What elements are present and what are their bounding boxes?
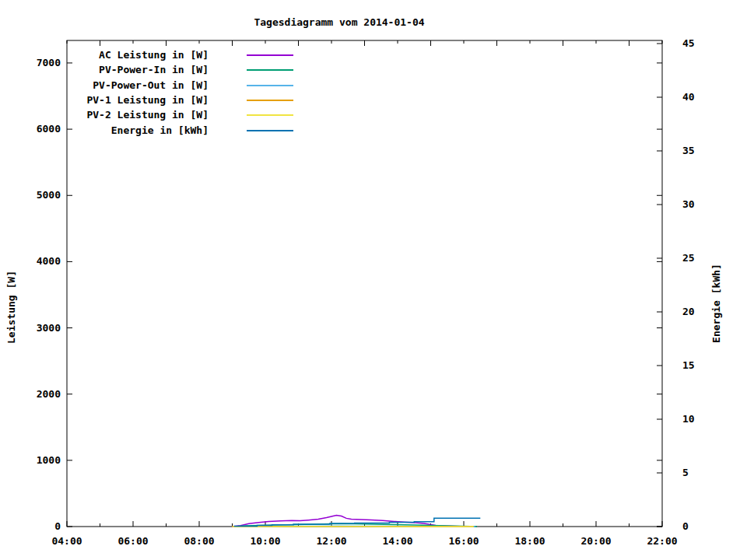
y-right-tick-label: 25 — [682, 252, 714, 264]
y-left-tick-label: 2000 — [14, 388, 61, 400]
legend-label: PV-2 Leistung in [W] — [78, 109, 209, 121]
y-right-tick-label: 15 — [682, 359, 714, 371]
y-right-tick-label: 20 — [682, 306, 714, 317]
legend-label: PV-Power-In in [W] — [78, 64, 209, 75]
legend-line-sample — [247, 69, 293, 71]
x-tick-label: 14:00 — [374, 535, 421, 547]
y-left-tick-label: 5000 — [14, 189, 61, 201]
legend-item: Energie in [kWh] — [78, 124, 293, 137]
legend-item: PV-Power-In in [W] — [78, 64, 293, 76]
chart-canvas: Tagesdiagramm vom 2014-01-04 Leistung [W… — [0, 0, 747, 560]
legend-label: AC Leistung in [W] — [78, 49, 209, 61]
x-tick-label: 12:00 — [308, 535, 355, 547]
y-left-tick-label: 4000 — [14, 255, 61, 267]
x-tick-label: 06:00 — [110, 535, 156, 547]
legend-label: Energie in [kWh] — [78, 124, 209, 136]
x-tick-label: 22:00 — [639, 535, 686, 547]
x-tick-label: 04:00 — [44, 535, 90, 547]
y-left-tick-label: 7000 — [14, 57, 61, 68]
y-left-tick-label: 6000 — [14, 123, 61, 135]
legend-item: AC Leistung in [W] — [78, 49, 293, 61]
legend-line-sample — [247, 130, 293, 131]
legend-line-sample — [247, 114, 293, 116]
legend-label: PV-Power-Out in [W] — [78, 79, 209, 91]
y-right-tick-label: 35 — [682, 145, 714, 156]
y-right-tick-label: 0 — [682, 520, 714, 532]
legend-line-sample — [247, 54, 293, 56]
legend-label: PV-1 Leistung in [W] — [78, 94, 209, 106]
x-tick-label: 16:00 — [440, 535, 487, 547]
x-tick-label: 08:00 — [176, 535, 223, 547]
x-tick-label: 10:00 — [242, 535, 289, 547]
y-right-tick-label: 5 — [682, 467, 714, 478]
x-tick-label: 18:00 — [507, 535, 553, 547]
y-right-tick-label: 45 — [682, 37, 714, 49]
y-left-tick-label: 1000 — [14, 454, 61, 466]
y-right-tick-label: 10 — [682, 413, 714, 425]
legend-item: PV-Power-Out in [W] — [78, 79, 293, 92]
legend-line-sample — [247, 100, 293, 101]
legend-line-sample — [247, 85, 293, 86]
y-left-tick-label: 3000 — [14, 322, 61, 334]
y-right-tick-label: 30 — [682, 198, 714, 210]
legend-item: PV-1 Leistung in [W] — [78, 94, 293, 107]
legend-item: PV-2 Leistung in [W] — [78, 109, 293, 121]
y-right-tick-label: 40 — [682, 91, 714, 103]
x-tick-label: 20:00 — [573, 535, 619, 547]
y-left-tick-label: 0 — [14, 520, 61, 532]
